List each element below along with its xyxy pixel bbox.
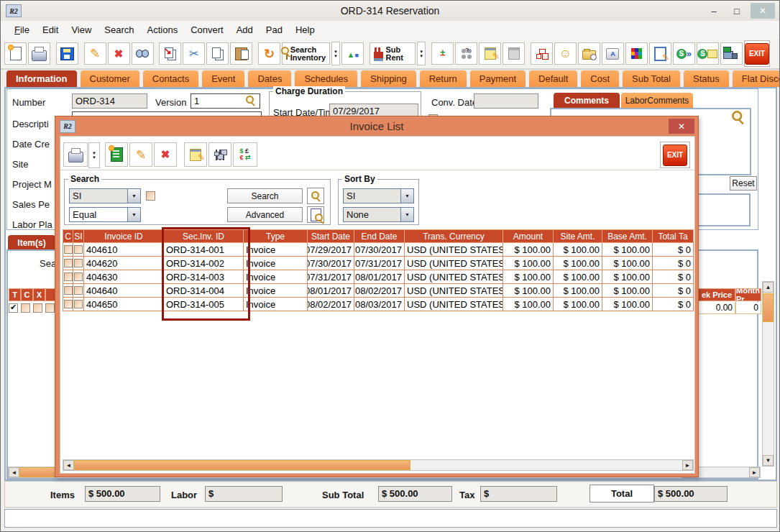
invoice-row-404630[interactable]: 404630ORD-314-003Invoice07/31/201708/01/… — [63, 270, 694, 284]
exit-button[interactable]: EXIT — [744, 40, 770, 67]
price-column-1[interactable]: Month Pr — [735, 288, 761, 301]
row-checkbox-cell[interactable] — [63, 298, 73, 311]
save-button[interactable] — [56, 42, 78, 65]
money-note-button[interactable]: S — [697, 42, 719, 65]
org-chart-button[interactable] — [531, 42, 553, 65]
sort-field-dropdown[interactable]: SI▼ — [343, 188, 414, 203]
search-field-dropdown[interactable]: SI▼ — [69, 188, 141, 203]
new-document-button[interactable] — [4, 42, 27, 65]
menu-pad[interactable]: Pad — [260, 22, 289, 37]
row-checkbox-cell[interactable] — [63, 257, 73, 270]
row-checkbox[interactable] — [74, 300, 83, 308]
scroll-left-icon[interactable]: ◄ — [9, 467, 19, 477]
column-header-end-date[interactable]: End Date — [354, 229, 405, 243]
row-checkbox[interactable] — [64, 245, 73, 254]
sub-rent-button[interactable]: Sub Rent — [370, 42, 416, 65]
cubes-button[interactable] — [625, 42, 648, 65]
menu-view[interactable]: View — [65, 22, 98, 37]
group-query-button[interactable] — [455, 42, 477, 65]
dialog-exit-button[interactable]: EXIT — [660, 142, 690, 168]
row-checkbox[interactable] — [74, 286, 83, 295]
column-header-base-amt-[interactable]: Base Amt. — [602, 229, 653, 243]
tab-labor-comments[interactable]: LaborComments — [621, 93, 693, 108]
column-header-si[interactable]: SI — [73, 229, 84, 243]
scroll-thumb[interactable] — [74, 460, 410, 470]
edit-button[interactable]: ✎ — [84, 42, 106, 65]
search-inventory-button[interactable]: Search Inventory — [282, 42, 330, 65]
item-checkbox[interactable] — [45, 303, 55, 313]
print-button[interactable] — [28, 42, 50, 65]
truck-button[interactable] — [720, 42, 743, 65]
search-operator-dropdown[interactable]: Equal▼ — [69, 207, 141, 222]
advanced-button[interactable]: Advanced — [227, 207, 303, 222]
close-button[interactable]: ✕ — [751, 3, 775, 19]
dialog-print-button[interactable] — [63, 142, 88, 167]
search-icon-button[interactable] — [307, 188, 324, 204]
row-checkbox-cell[interactable] — [73, 243, 84, 257]
menu-file[interactable]: File — [8, 22, 36, 37]
column-header-start-date[interactable]: Start Date — [308, 229, 354, 243]
scroll-right-icon[interactable]: ► — [682, 460, 693, 470]
row-checkbox-cell[interactable] — [63, 284, 73, 298]
column-header-total-ta[interactable]: Total Ta — [653, 229, 694, 243]
row-checkbox[interactable] — [64, 272, 73, 281]
cut-button[interactable]: ✂ — [183, 42, 205, 65]
delete-button[interactable]: ✖ — [108, 42, 130, 65]
row-checkbox[interactable] — [64, 286, 73, 295]
tab-dates[interactable]: Dates — [247, 70, 292, 87]
menu-help[interactable]: Help — [289, 22, 321, 37]
tab-customer[interactable]: Customer — [80, 70, 140, 87]
reset-button[interactable]: Reset — [730, 176, 757, 191]
tab-information[interactable]: Information — [6, 70, 78, 87]
item-column-t[interactable]: T — [9, 288, 21, 301]
column-header-invoice-id[interactable]: Invoice ID — [84, 229, 164, 243]
scroll-left-icon[interactable]: ◄ — [63, 460, 74, 470]
tab-contacts[interactable]: Contacts — [142, 70, 199, 87]
sub-rent-dropdown[interactable]: ▼▼ — [417, 42, 426, 65]
invoice-row-404610[interactable]: 404610ORD-314-001Invoice07/29/201707/30/… — [63, 243, 694, 257]
tab-comments[interactable]: Comments — [554, 93, 620, 108]
tab-payment[interactable]: Payment — [469, 70, 526, 87]
tab-sub-total[interactable]: Sub Total — [622, 70, 681, 87]
row-checkbox-cell[interactable] — [63, 270, 73, 284]
row-checkbox[interactable] — [74, 245, 83, 254]
row-checkbox-cell[interactable] — [63, 243, 73, 257]
item-column-c[interactable]: C — [21, 288, 33, 301]
invoice-row-404620[interactable]: 404620ORD-314-002Invoice07/30/201707/31/… — [63, 257, 694, 270]
menu-edit[interactable]: Edit — [36, 22, 65, 37]
number-field[interactable]: ORD-314 — [72, 93, 147, 109]
scroll-up-icon[interactable]: ▲ — [763, 282, 774, 293]
menu-actions[interactable]: Actions — [141, 22, 185, 37]
row-checkbox[interactable] — [74, 259, 83, 267]
advanced-icon-button[interactable] — [307, 206, 324, 223]
search-checkbox[interactable] — [146, 191, 155, 201]
tab-flat-discounts[interactable]: Flat Discounts — [732, 70, 780, 87]
tab-status[interactable]: Status — [683, 70, 730, 87]
invoice-row-404650[interactable]: 404650ORD-314-005Invoice08/02/201708/03/… — [63, 298, 694, 311]
item-checkbox[interactable] — [33, 303, 42, 313]
row-checkbox-cell[interactable] — [73, 284, 84, 298]
item-checkbox-checked[interactable]: ✔ — [9, 303, 18, 313]
scroll-right-icon[interactable]: ► — [749, 467, 760, 477]
row-checkbox-cell[interactable] — [73, 257, 84, 270]
version-lookup-icon[interactable] — [246, 96, 255, 105]
dialog-close-button[interactable]: ✕ — [669, 119, 694, 134]
maximize-button[interactable]: □ — [728, 4, 746, 17]
item-column-x[interactable]: X — [33, 288, 45, 301]
paste-button[interactable] — [230, 42, 252, 65]
comments-search-icon[interactable] — [732, 111, 744, 123]
column-header-type[interactable]: Type — [244, 229, 308, 243]
menu-add[interactable]: Add — [230, 22, 260, 37]
revert-button[interactable]: ↻ — [258, 42, 280, 65]
column-header-sec-inv-id[interactable]: Sec.Inv. ID — [164, 229, 244, 243]
dialog-currency-button[interactable]: $ £ € ⇄ — [233, 142, 257, 167]
tab-return[interactable]: Return — [419, 70, 467, 87]
minimize-button[interactable]: – — [705, 4, 723, 17]
dialog-new-invoice-button[interactable] — [105, 142, 128, 167]
sort-secondary-dropdown[interactable]: None▼ — [343, 207, 414, 222]
row-checkbox[interactable] — [64, 300, 73, 308]
invoice-row-404640[interactable]: 404640ORD-314-004Invoice08/01/201708/02/… — [63, 284, 694, 298]
tab-event[interactable]: Event — [201, 70, 245, 87]
row-checkbox-cell[interactable] — [73, 270, 84, 284]
dialog-notes-button[interactable]: ✎ — [184, 142, 207, 167]
